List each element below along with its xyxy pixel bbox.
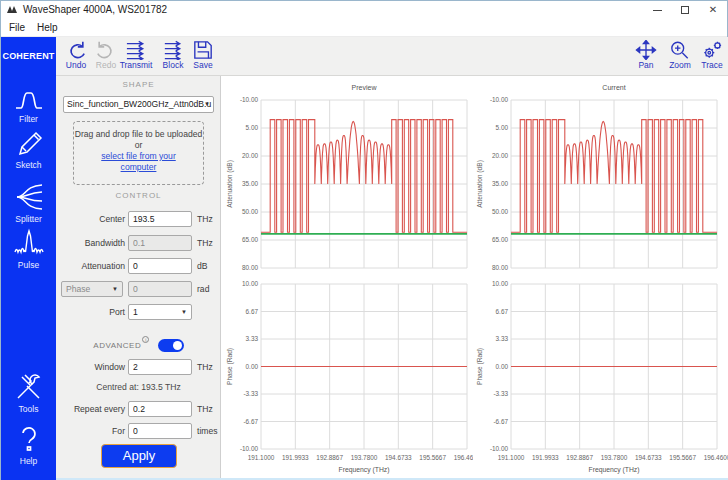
repeat-unit: THz (197, 404, 213, 414)
y-tick-label: 65.00 (242, 236, 258, 243)
attenuation-label: Attenuation (82, 261, 125, 271)
x-tick-label: 196.4600 (454, 454, 473, 461)
y-axis-title: Attenuation (dB) (476, 160, 484, 208)
y-tick-label: 0.00 (246, 363, 259, 370)
redo-icon (95, 40, 117, 60)
apply-button[interactable]: Apply (101, 444, 177, 468)
attenuation-input[interactable] (128, 258, 192, 274)
current-chart: -10.005.0020.0035.0050.0065.0080.00Atten… (472, 76, 728, 479)
splitter-icon (14, 182, 44, 212)
menu-help[interactable]: Help (33, 21, 62, 34)
x-tick-label: 192.8867 (566, 454, 593, 461)
minimize-button[interactable] (643, 1, 671, 19)
redo-button: Redo (89, 39, 123, 75)
block-icon (162, 40, 184, 60)
center-input[interactable] (128, 211, 192, 227)
centred-note: Centred at: 193.5 THz (56, 382, 221, 392)
y-tick-label: 10.00 (242, 280, 258, 287)
coherent-logo: COHERENT (1, 37, 56, 76)
filter-icon (14, 86, 44, 112)
y-tick-label: 20.00 (242, 152, 258, 159)
file-dropzone[interactable]: Drag and drop file to be uploaded or sel… (73, 121, 204, 185)
y-tick-label: 80.00 (492, 264, 508, 271)
window-title: WaveShaper 4000A, WS201782 (23, 4, 167, 15)
zoom-icon (669, 40, 691, 60)
y-tick-label: -3.33 (243, 390, 258, 397)
y-tick-label: 5.00 (496, 124, 509, 131)
sidebar-item-help[interactable]: Help (1, 424, 56, 466)
zoom-button[interactable]: Zoom (663, 39, 697, 75)
phase-input (128, 281, 192, 297)
x-tick-label: 196.4600 (704, 454, 728, 461)
save-icon (192, 40, 214, 60)
port-select[interactable]: 1 ▼ (128, 304, 192, 320)
select-file-link[interactable]: select file from your computer (84, 151, 194, 173)
dropdown-arrow-icon: ▼ (181, 305, 187, 319)
x-tick-label: 194.6733 (635, 454, 662, 461)
title-bar: WaveShaper 4000A, WS201782 ✕ (1, 1, 727, 19)
shape-file-value: Sinc_function_BW200GHz_Attn0dB.u (67, 99, 211, 109)
y-tick-label: 50.00 (492, 208, 508, 215)
y-tick-label: -10.00 (240, 445, 259, 452)
maximize-button[interactable] (671, 1, 699, 19)
window-label: Window (94, 362, 125, 372)
dropdown-arrow-icon: ▼ (204, 97, 210, 112)
y-tick-label: 65.00 (492, 236, 508, 243)
center-label: Center (99, 214, 125, 224)
x-axis-title: Frequency (THz) (589, 466, 640, 474)
toggle-knob (173, 341, 182, 350)
x-tick-label: 195.5667 (669, 454, 696, 461)
sidebar-item-pulse[interactable]: Pulse (1, 228, 56, 270)
y-tick-label: 3.33 (246, 335, 259, 342)
bandwidth-label: Bandwidth (85, 238, 125, 248)
toolbar: Undo Redo Transmit Block Save Pan Zoom (56, 37, 728, 76)
bandwidth-unit: THz (197, 238, 213, 248)
x-tick-label: 193.7800 (351, 454, 378, 461)
y-tick-label: 5.00 (246, 124, 259, 131)
dropdown-arrow-icon: ▼ (112, 282, 118, 296)
y-tick-label: -3.33 (493, 390, 508, 397)
advanced-toggle[interactable] (158, 339, 184, 352)
y-tick-label: 35.00 (242, 180, 258, 187)
y-tick-label: 20.00 (492, 152, 508, 159)
trace-button[interactable]: Trace (695, 39, 728, 75)
pan-button[interactable]: Pan (629, 39, 663, 75)
menu-bar: File Help (1, 19, 727, 37)
undo-button[interactable]: Undo (59, 39, 93, 75)
x-tick-label: 191.9933 (282, 454, 309, 461)
minimize-icon (653, 10, 662, 11)
phase-mode-select: Phase ▼ (61, 281, 123, 297)
y-tick-label: -10.00 (490, 445, 509, 452)
window-input[interactable] (128, 359, 192, 375)
close-button[interactable]: ✕ (699, 1, 727, 19)
y-tick-label: 80.00 (242, 264, 258, 271)
save-button[interactable]: Save (186, 39, 220, 75)
y-tick-label: -10.00 (490, 96, 509, 103)
y-tick-label: -6.67 (243, 418, 258, 425)
menu-file[interactable]: File (5, 21, 29, 34)
sidebar-item-filter[interactable]: Filter (1, 86, 56, 124)
sidebar-item-splitter[interactable]: Splitter (1, 182, 56, 224)
shape-file-dropdown[interactable]: Sinc_function_BW200GHz_Attn0dB.u ▼ (63, 96, 214, 113)
chart-title: Current (602, 84, 625, 91)
app-window: WaveShaper 4000A, WS201782 ✕ File Help C… (0, 0, 728, 480)
chart-title: Preview (352, 84, 378, 91)
block-button[interactable]: Block (156, 39, 190, 75)
sidebar-item-sketch[interactable]: Sketch (1, 128, 56, 170)
transmit-button[interactable]: Transmit (119, 39, 153, 75)
x-tick-label: 191.9933 (532, 454, 559, 461)
y-axis-title: Phase (Rad) (226, 348, 234, 385)
y-tick-label: 50.00 (242, 208, 258, 215)
x-tick-label: 191.1000 (248, 454, 275, 461)
phase-unit: rad (197, 284, 209, 294)
repeat-label: Repeat every (74, 404, 125, 414)
y-axis-title: Phase (Rad) (476, 348, 484, 385)
chart-area: -10.005.0020.0035.0050.0065.0080.00Atten… (222, 76, 728, 479)
repeat-input[interactable] (128, 401, 192, 417)
x-tick-label: 195.5667 (419, 454, 446, 461)
for-input[interactable] (128, 423, 192, 439)
sidebar-item-tools[interactable]: Tools (1, 372, 56, 414)
y-tick-label: -10.00 (240, 96, 259, 103)
pencil-icon (14, 128, 44, 158)
app-icon (7, 5, 18, 15)
